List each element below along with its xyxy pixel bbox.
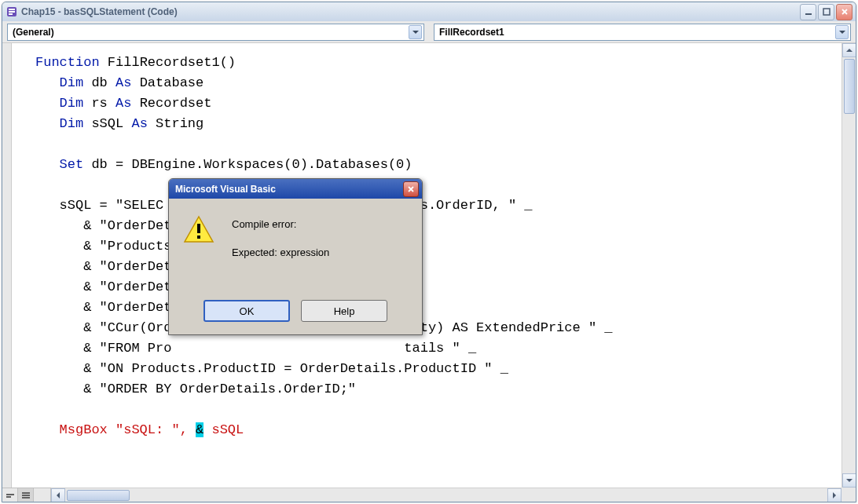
view-spacer bbox=[34, 488, 51, 502]
svg-rect-5 bbox=[22, 492, 30, 494]
error-dialog: Microsoft Visual Basic Compile error: Ex… bbox=[168, 178, 423, 335]
procedure-dropdown[interactable]: FillRecordset1 bbox=[434, 24, 851, 41]
dialog-buttons: OK Help bbox=[169, 295, 422, 334]
object-dropdown[interactable]: (General) bbox=[7, 24, 424, 41]
view-mode-buttons bbox=[2, 488, 51, 502]
chevron-down-icon bbox=[835, 25, 849, 39]
window-titlebar: Chap15 - basSQLStatement (Code) bbox=[2, 2, 856, 21]
vertical-scroll-thumb[interactable] bbox=[844, 59, 855, 114]
svg-rect-1 bbox=[805, 13, 812, 15]
svg-rect-4 bbox=[6, 496, 11, 498]
scrollbar-corner bbox=[842, 488, 856, 502]
warning-icon bbox=[183, 214, 214, 246]
dialog-titlebar: Microsoft Visual Basic bbox=[169, 179, 422, 199]
margin-indicator-bar bbox=[2, 43, 12, 488]
horizontal-scroll-thumb[interactable] bbox=[67, 490, 130, 501]
dialog-message-line1: Compile error: bbox=[232, 217, 408, 232]
dialog-title: Microsoft Visual Basic bbox=[175, 184, 403, 195]
procedure-view-button[interactable] bbox=[2, 488, 18, 502]
help-button[interactable]: Help bbox=[301, 300, 387, 322]
window-title: Chap15 - basSQLStatement (Code) bbox=[21, 6, 800, 17]
object-dropdown-text: (General) bbox=[13, 27, 409, 38]
svg-rect-2 bbox=[823, 9, 830, 15]
scroll-right-button[interactable] bbox=[827, 488, 842, 502]
scroll-down-button[interactable] bbox=[842, 473, 856, 488]
dialog-body: Compile error: Expected: expression bbox=[169, 199, 422, 295]
svg-rect-6 bbox=[22, 495, 30, 496]
app-icon bbox=[6, 5, 18, 18]
code-window: Chap15 - basSQLStatement (Code) (General… bbox=[2, 2, 856, 502]
code-editor[interactable]: Function FillRecordset1() Dim db As Data… bbox=[2, 43, 856, 502]
code-content[interactable]: Function FillRecordset1() Dim db As Data… bbox=[12, 43, 842, 488]
ok-button[interactable]: OK bbox=[204, 300, 290, 322]
window-controls bbox=[800, 4, 852, 20]
minimize-button[interactable] bbox=[800, 4, 816, 20]
svg-rect-8 bbox=[197, 224, 200, 233]
svg-rect-9 bbox=[197, 236, 200, 239]
maximize-button[interactable] bbox=[818, 4, 834, 20]
vertical-scrollbar[interactable] bbox=[842, 43, 856, 488]
procedure-dropdown-text: FillRecordset1 bbox=[439, 27, 835, 38]
chevron-down-icon bbox=[409, 25, 422, 39]
svg-rect-7 bbox=[22, 497, 30, 499]
horizontal-scrollbar[interactable] bbox=[51, 488, 842, 502]
svg-rect-3 bbox=[6, 494, 14, 495]
scroll-left-button[interactable] bbox=[51, 488, 65, 502]
dialog-message-line2: Expected: expression bbox=[232, 246, 408, 260]
dialog-close-button[interactable] bbox=[403, 181, 419, 197]
dialog-message: Compile error: Expected: expression bbox=[232, 214, 408, 287]
scroll-up-button[interactable] bbox=[842, 43, 856, 57]
dropdown-bar: (General) FillRecordset1 bbox=[2, 21, 856, 43]
full-module-view-button[interactable] bbox=[18, 488, 34, 502]
close-button[interactable] bbox=[836, 4, 852, 20]
